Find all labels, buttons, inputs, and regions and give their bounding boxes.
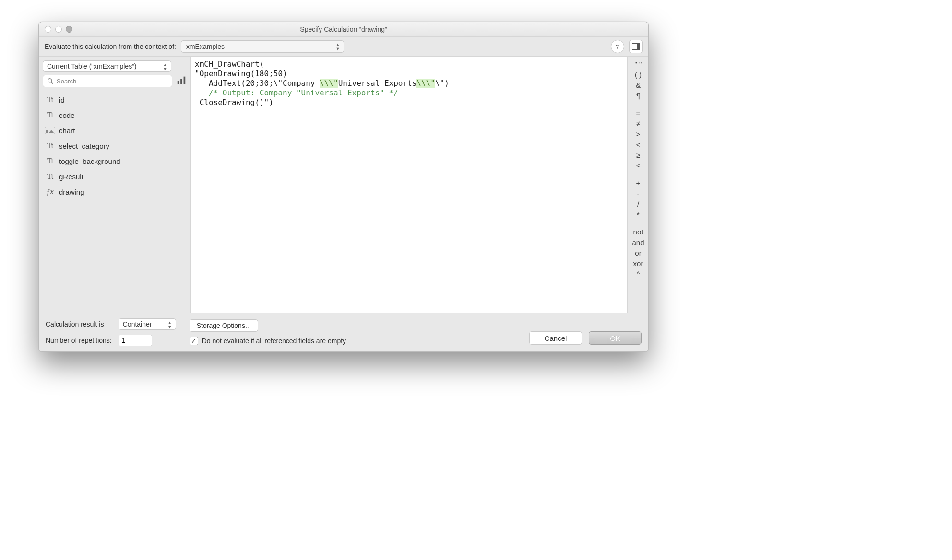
code-highlight: \\\" [320, 79, 338, 88]
text-field-icon [45, 141, 55, 150]
code-line: xmCH_DrawChart( [195, 59, 264, 69]
calculation-editor[interactable]: xmCH_DrawChart( "OpenDrawing(180;50) Add… [191, 57, 628, 313]
operator-panel: " "( )&¶=≠><≥≤+-/*notandorxor^ [628, 57, 648, 313]
operator-button[interactable]: " " [628, 58, 648, 69]
operator-button[interactable]: < [628, 139, 648, 150]
field-label: chart [59, 127, 75, 135]
context-label: Evaluate this calculation from the conte… [45, 43, 176, 50]
search-icon [47, 78, 54, 84]
svg-rect-4 [184, 77, 186, 84]
stepper-icon: ▲▼ [333, 42, 343, 52]
field-select_category[interactable]: select_category [43, 138, 187, 153]
help-button[interactable]: ? [611, 40, 624, 53]
context-select[interactable]: xmExamples ▲▼ [181, 40, 344, 53]
operator-button[interactable]: ≠ [628, 118, 648, 128]
field-code[interactable]: code [43, 107, 187, 123]
calc-field-icon [45, 187, 55, 196]
code-line: AddText(20;30;\"Company [195, 79, 320, 88]
field-toggle_background[interactable]: toggle_background [43, 153, 187, 169]
storage-options-button[interactable]: Storage Options... [190, 319, 258, 332]
result-label: Calculation result is [46, 320, 112, 328]
field-chart[interactable]: chart [43, 123, 187, 138]
operator-button[interactable]: xor [628, 258, 648, 268]
field-label: code [59, 111, 75, 119]
field-gResult[interactable]: gResult [43, 169, 187, 184]
operator-button[interactable]: ¶ [628, 90, 648, 101]
field-label: drawing [59, 188, 84, 196]
checkbox-icon [190, 337, 198, 345]
operator-button[interactable]: ≤ [628, 160, 648, 171]
no-evaluate-checkbox[interactable]: Do not evaluate if all referenced fields… [190, 337, 346, 345]
text-field-icon [45, 111, 55, 119]
result-type-select[interactable]: Container ▲▼ [119, 318, 176, 330]
titlebar: Specify Calculation “drawing” [39, 22, 648, 37]
operator-button[interactable]: ( ) [628, 69, 648, 80]
code-line: Universal Exports [338, 79, 417, 88]
field-id[interactable]: id [43, 92, 187, 107]
code-highlight: \\\" [416, 79, 435, 88]
table-select-value: Current Table (“xmExamples”) [47, 62, 136, 70]
ok-button[interactable]: OK [589, 331, 642, 345]
code-comment: /* Output: Company "Universal Exports" *… [195, 88, 398, 97]
minimize-icon[interactable] [55, 26, 62, 33]
operator-button[interactable]: + [628, 177, 648, 188]
separator [628, 171, 648, 177]
window-controls [45, 26, 72, 33]
calc-dialog: Specify Calculation “drawing” Evaluate t… [38, 22, 649, 352]
operator-button[interactable]: = [628, 107, 648, 118]
operator-button[interactable]: / [628, 198, 648, 209]
operator-button[interactable]: and [628, 237, 648, 247]
sidebar: Current Table (“xmExamples”) ▲▼ Search i… [39, 57, 191, 313]
context-select-value: xmExamples [186, 43, 225, 50]
svg-rect-1 [637, 44, 640, 49]
search-placeholder: Search [57, 78, 76, 85]
result-type-value: Container [123, 320, 152, 328]
field-label: id [59, 96, 65, 104]
code-line: CloseDrawing()") [195, 98, 274, 107]
close-icon[interactable] [45, 26, 51, 33]
footer: Calculation result is Container ▲▼ Numbe… [39, 313, 648, 351]
operator-button[interactable]: ^ [628, 268, 648, 279]
operator-button[interactable]: * [628, 209, 648, 220]
table-select[interactable]: Current Table (“xmExamples”) ▲▼ [43, 60, 171, 72]
operator-button[interactable]: & [628, 80, 648, 90]
window-title: Specify Calculation “drawing” [39, 25, 648, 33]
separator [628, 220, 648, 226]
operator-button[interactable]: - [628, 188, 648, 198]
field-drawing[interactable]: drawing [43, 184, 187, 199]
operator-button[interactable]: ≥ [628, 150, 648, 160]
repetitions-input[interactable] [119, 335, 152, 346]
field-label: gResult [59, 173, 83, 181]
repetitions-label: Number of repetitions: [46, 337, 112, 344]
context-toolbar: Evaluate this calculation from the conte… [39, 37, 648, 57]
field-list: idcodechartselect_categorytoggle_backgro… [43, 92, 187, 313]
stepper-icon: ▲▼ [165, 320, 175, 330]
svg-rect-3 [180, 79, 182, 84]
operator-button[interactable]: or [628, 247, 648, 258]
sort-button[interactable] [176, 75, 187, 87]
operator-button[interactable]: not [628, 226, 648, 237]
cancel-button[interactable]: Cancel [529, 331, 582, 345]
container-field-icon [45, 127, 55, 134]
no-evaluate-label: Do not evaluate if all referenced fields… [202, 337, 346, 345]
stepper-icon: ▲▼ [160, 62, 170, 72]
field-label: select_category [59, 142, 109, 150]
text-field-icon [45, 172, 55, 181]
search-input[interactable]: Search [43, 75, 172, 87]
zoom-icon[interactable] [66, 26, 72, 33]
field-label: toggle_background [59, 157, 120, 165]
text-field-icon [45, 95, 55, 104]
operator-button[interactable]: > [628, 128, 648, 139]
svg-rect-2 [178, 81, 179, 84]
toggle-panel-button[interactable] [629, 40, 643, 53]
separator [628, 101, 648, 107]
code-line: "OpenDrawing(180;50) [195, 69, 287, 78]
text-field-icon [45, 157, 55, 165]
code-line: \") [435, 79, 449, 88]
